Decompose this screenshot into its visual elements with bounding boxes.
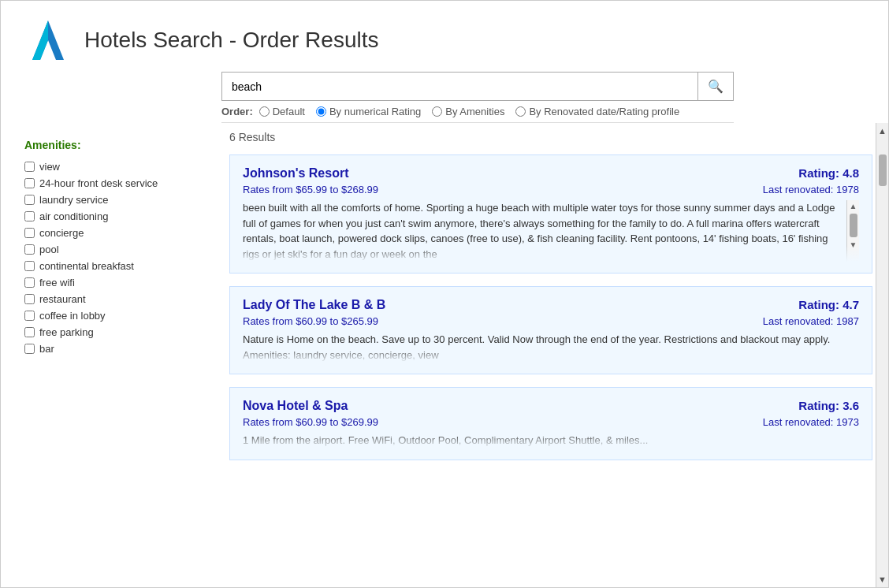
hotel-desc-fade [243, 347, 859, 363]
search-input[interactable] [222, 73, 697, 100]
hotel-desc-container: been built with all the comforts of home… [243, 200, 859, 262]
amenity-item: view [24, 161, 198, 173]
hotel-rates-row: Rates from $65.99 to $268.99 Last renova… [243, 184, 859, 195]
hotel-rates: Rates from $60.99 to $269.99 [243, 416, 378, 428]
hotel-rating: Rating: 4.7 [798, 298, 859, 311]
order-radio-renovated[interactable] [515, 106, 526, 117]
amenities-list: view24-hour front desk servicelaundry se… [24, 161, 198, 355]
amenity-checkbox-11[interactable] [24, 344, 35, 354]
amenity-item: free wifi [24, 277, 198, 288]
amenity-item: coffee in lobby [24, 310, 198, 322]
main-scrollbar[interactable]: ▲ ▼ [876, 123, 888, 587]
search-icon: 🔍 [708, 80, 723, 93]
scroll-thumb[interactable] [879, 154, 887, 186]
hotel-header: Johnson's Resort Rating: 4.8 [243, 166, 859, 180]
hotels-list: Johnson's Resort Rating: 4.8 Rates from … [229, 154, 872, 460]
sidebar: Amenities: view24-hour front desk servic… [1, 123, 214, 587]
order-option-numerical[interactable]: By numerical Rating [316, 106, 421, 117]
order-renovated-label: By Renovated date/Rating profile [529, 106, 679, 117]
hotel-rates-row: Rates from $60.99 to $265.99 Last renova… [243, 315, 859, 327]
order-amenities-label: By Amenities [445, 106, 504, 117]
hotel-rates: Rates from $65.99 to $268.99 [243, 184, 378, 195]
amenity-checkbox-10[interactable] [24, 327, 35, 337]
amenity-label: air conditioning [39, 210, 108, 222]
amenity-item: concierge [24, 227, 198, 239]
hotel-renovated: Last renovated: 1987 [763, 315, 859, 327]
amenity-checkbox-7[interactable] [24, 277, 35, 288]
hotel-rates-row: Rates from $60.99 to $269.99 Last renova… [243, 416, 859, 428]
svg-marker-1 [32, 20, 48, 60]
hotel-renovated: Last renovated: 1973 [763, 416, 859, 428]
amenity-checkbox-0[interactable] [24, 162, 35, 172]
order-radio-numerical[interactable] [316, 106, 326, 117]
amenity-label: laundry service [39, 194, 108, 206]
amenity-label: view [39, 161, 60, 173]
hotel-card: Nova Hotel & Spa Rating: 3.6 Rates from … [229, 387, 872, 460]
order-radio-default[interactable] [259, 106, 270, 117]
amenity-label: concierge [39, 227, 84, 239]
amenity-item: continental breakfast [24, 260, 198, 272]
hotel-renovated: Last renovated: 1978 [763, 184, 859, 195]
amenities-title: Amenities: [24, 139, 198, 151]
hotel-desc-fade [243, 246, 859, 262]
hotel-header: Lady Of The Lake B & B Rating: 4.7 [243, 298, 859, 312]
amenity-item: free parking [24, 326, 198, 338]
amenity-checkbox-6[interactable] [24, 261, 35, 271]
desc-scroll-thumb[interactable] [850, 214, 857, 237]
hotel-card: Johnson's Resort Rating: 4.8 Rates from … [229, 154, 872, 274]
order-default-label: Default [273, 106, 305, 117]
amenity-item: 24-hour front desk service [24, 177, 198, 189]
amenity-label: restaurant [39, 293, 86, 305]
hotel-card: Lady Of The Lake B & B Rating: 4.7 Rates… [229, 286, 872, 374]
amenity-item: laundry service [24, 194, 198, 206]
amenity-label: 24-hour front desk service [39, 177, 158, 189]
order-radio-amenities[interactable] [432, 106, 442, 117]
order-label: Order: [221, 106, 253, 117]
results-area: 6 Results Johnson's Resort Rating: 4.8 R… [214, 123, 888, 587]
hotel-desc-container: Nature is Home on the beach. Save up to … [243, 332, 859, 363]
hotel-rating: Rating: 4.8 [798, 166, 859, 180]
amenity-item: restaurant [24, 293, 198, 305]
amenity-label: free wifi [39, 277, 75, 288]
amenity-label: pool [39, 244, 59, 255]
amenity-item: bar [24, 343, 198, 355]
amenity-label: bar [39, 343, 54, 355]
amenity-checkbox-3[interactable] [24, 211, 35, 221]
order-numerical-label: By numerical Rating [329, 106, 421, 117]
search-bar: 🔍 [221, 72, 734, 101]
search-button[interactable]: 🔍 [697, 73, 733, 100]
amenity-label: continental breakfast [39, 260, 134, 272]
amenity-label: coffee in lobby [39, 310, 106, 322]
amenity-checkbox-5[interactable] [24, 244, 35, 255]
hotel-desc-fade [243, 433, 859, 448]
desc-scroll-up[interactable]: ▲ [848, 200, 859, 212]
scroll-up-arrow[interactable]: ▲ [875, 123, 888, 139]
app-container: Hotels Search - Order Results 🔍 Order: D… [0, 0, 889, 588]
order-option-amenities[interactable]: By Amenities [432, 106, 504, 117]
hotel-rating: Rating: 3.6 [798, 399, 859, 412]
header: Hotels Search - Order Results [1, 1, 888, 72]
order-option-default[interactable]: Default [259, 106, 305, 117]
page-title: Hotels Search - Order Results [84, 28, 378, 53]
main-content: Amenities: view24-hour front desk servic… [1, 123, 888, 587]
hotel-name[interactable]: Lady Of The Lake B & B [243, 298, 385, 312]
hotel-header: Nova Hotel & Spa Rating: 3.6 [243, 399, 859, 413]
amenity-checkbox-1[interactable] [24, 178, 35, 188]
results-count: 6 Results [229, 131, 872, 143]
amenity-checkbox-4[interactable] [24, 228, 35, 238]
amenity-checkbox-8[interactable] [24, 294, 35, 304]
order-option-renovated[interactable]: By Renovated date/Rating profile [515, 106, 679, 117]
amenity-checkbox-2[interactable] [24, 195, 35, 205]
amenity-item: pool [24, 244, 198, 255]
hotel-name[interactable]: Johnson's Resort [243, 166, 349, 180]
scroll-down-arrow[interactable]: ▼ [875, 571, 888, 587]
hotel-desc-container: 1 Mile from the airport. Free WiFi, Outd… [243, 433, 859, 448]
amenity-label: free parking [39, 326, 94, 338]
app-logo [24, 17, 72, 64]
amenity-checkbox-9[interactable] [24, 311, 35, 321]
hotel-name[interactable]: Nova Hotel & Spa [243, 399, 348, 413]
hotel-rates: Rates from $60.99 to $265.99 [243, 315, 378, 327]
amenity-item: air conditioning [24, 210, 198, 222]
